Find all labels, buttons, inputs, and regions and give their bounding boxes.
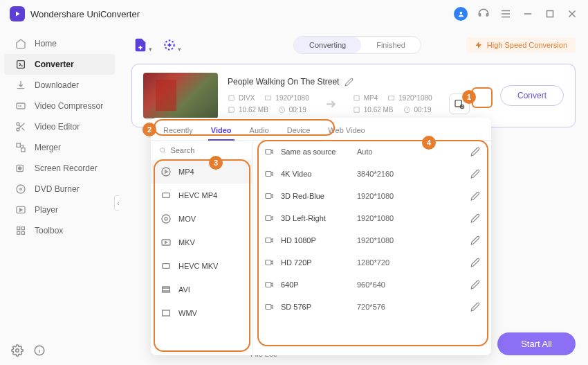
menu-icon[interactable] [499, 8, 512, 20]
resolution-item[interactable]: 3D Red-Blue1920*1080 [253, 185, 491, 207]
hevc-icon [160, 190, 172, 201]
video-icon [264, 213, 274, 223]
video-icon [264, 147, 274, 157]
tab-audio[interactable]: Audio [247, 121, 272, 140]
resolution-item[interactable]: 3D Left-Right1920*1080 [253, 207, 491, 229]
sidebar-item-editor[interactable]: Video Editor [4, 116, 115, 137]
edit-icon[interactable] [470, 258, 480, 267]
svg-rect-34 [163, 264, 170, 269]
compress-icon [15, 100, 26, 112]
resolution-item[interactable]: SD 576P720*576 [253, 296, 491, 318]
format-item[interactable]: MP4 [151, 160, 252, 184]
format-item[interactable]: WMV [151, 301, 252, 325]
tab-device[interactable]: Device [284, 121, 313, 140]
resolution-name: SD 576P [281, 303, 357, 311]
sidebar-item-converter[interactable]: Converter [4, 54, 115, 75]
format-item[interactable]: AVI [151, 278, 252, 301]
resolution-name: 4K Video [281, 170, 357, 178]
format-item[interactable]: MOV [151, 207, 252, 231]
format-item[interactable]: MKV [151, 231, 252, 254]
arrow-icon: ➜ [326, 96, 336, 112]
seg-finished[interactable]: Finished [361, 37, 421, 53]
edit-icon[interactable] [470, 302, 480, 312]
add-file-button[interactable]: ▾ [131, 36, 149, 54]
close-button[interactable] [566, 8, 578, 20]
tab-webvideo[interactable]: Web Video [325, 121, 367, 140]
start-all-button[interactable]: Start All [497, 332, 576, 355]
sidebar-item-label: Toolbox [35, 226, 63, 235]
home-icon [15, 38, 26, 49]
resolution-item[interactable]: HD 1080P1920*1080 [253, 229, 491, 251]
hevc-icon [160, 260, 172, 271]
sidebar-item-home[interactable]: Home [4, 33, 115, 54]
svg-rect-42 [266, 260, 271, 265]
search-input[interactable] [170, 146, 244, 154]
format-label: AVI [178, 285, 190, 294]
mp4-icon [160, 166, 172, 177]
edit-icon[interactable] [470, 280, 480, 290]
resolution-name: 640P [281, 281, 357, 289]
resolution-item[interactable]: Same as sourceAuto [253, 141, 491, 163]
sidebar-item-player[interactable]: Player [4, 199, 115, 220]
video-thumbnail[interactable] [143, 73, 218, 118]
dst-resolution: 1920*1080 [398, 94, 432, 102]
high-speed-badge[interactable]: High Speed Conversion [466, 37, 576, 53]
callout-3: 3 [209, 156, 223, 170]
svg-rect-6 [17, 143, 20, 147]
edit-icon[interactable] [470, 147, 480, 157]
minimize-button[interactable] [522, 8, 534, 20]
wmv-icon [160, 308, 172, 319]
edit-icon[interactable] [470, 235, 480, 245]
resolution-item[interactable]: HD 720P1280*720 [253, 251, 491, 274]
dst-format: MP4 [364, 94, 378, 102]
sidebar-item-compressor[interactable]: Video Compressor [4, 96, 115, 116]
video-icon [264, 302, 274, 312]
format-label: MP4 [178, 168, 194, 176]
user-avatar[interactable] [454, 7, 468, 21]
svg-point-28 [160, 148, 165, 152]
edit-icon[interactable] [470, 169, 480, 179]
resolution-value: 1920*1080 [357, 236, 470, 244]
sidebar-item-toolbox[interactable]: Toolbox [4, 220, 115, 241]
edit-icon[interactable] [470, 213, 480, 223]
maximize-button[interactable] [544, 8, 556, 20]
resolution-item[interactable]: 4K Video3840*2160 [253, 163, 491, 185]
sidebar-item-recorder[interactable]: Screen Recorder [4, 158, 115, 179]
sidebar-item-label: Video Compressor [35, 101, 103, 111]
info-icon[interactable] [33, 344, 46, 357]
size-icon [228, 106, 235, 114]
settings-icon[interactable] [11, 344, 24, 357]
status-segment: Converting Finished [293, 36, 421, 54]
video-icon [264, 280, 274, 290]
sidebar-item-label: Video Editor [35, 122, 80, 132]
add-url-button[interactable]: ▾ [160, 36, 178, 54]
sidebar-item-downloader[interactable]: Downloader [4, 75, 115, 96]
svg-point-0 [459, 11, 462, 14]
seg-converting[interactable]: Converting [294, 37, 361, 53]
resolution-value: 960*640 [357, 281, 470, 289]
edit-icon[interactable] [470, 191, 480, 201]
svg-point-32 [165, 217, 167, 220]
convert-button[interactable]: Convert [500, 85, 564, 106]
svg-rect-41 [266, 238, 271, 243]
app-title: Wondershare UniConverter [30, 9, 140, 19]
tab-recently[interactable]: Recently [160, 121, 196, 140]
record-icon [15, 163, 26, 174]
dst-size: 10.62 MB [364, 106, 394, 114]
sidebar-item-dvd[interactable]: DVD Burner [4, 179, 115, 199]
format-item[interactable]: HEVC MP4 [151, 184, 252, 207]
edit-title-icon[interactable] [344, 78, 353, 87]
svg-rect-38 [266, 172, 271, 177]
headset-icon[interactable] [477, 8, 490, 20]
sidebar-item-label: Screen Recorder [35, 163, 98, 173]
format-list: MP4 HEVC MP4 MOV MKV HEVC MKV AVI WMV [151, 141, 253, 355]
svg-rect-44 [266, 305, 271, 310]
video-icon [264, 191, 274, 201]
svg-rect-40 [266, 216, 271, 221]
format-item[interactable]: HEVC MKV [151, 254, 252, 278]
download-icon [15, 80, 26, 91]
sidebar-item-merger[interactable]: Merger [4, 137, 115, 158]
scissors-icon [15, 121, 26, 132]
resolution-item[interactable]: 640P960*640 [253, 274, 491, 296]
tab-video[interactable]: Video [208, 121, 235, 140]
